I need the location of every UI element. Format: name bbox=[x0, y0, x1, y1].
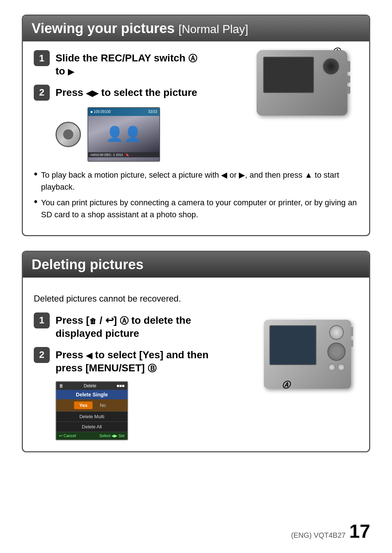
del-step1-row: 1 Press [🗑 / ↩] Ⓐ to delete thedisplayed… bbox=[34, 312, 257, 340]
delete-icon: 🗑 bbox=[89, 317, 97, 325]
deleting-section: Deleting pictures Deleted pictures canno… bbox=[22, 251, 370, 453]
page: Viewing your pictures [Normal Play] 1 Sl… bbox=[0, 0, 392, 553]
delete-menu-select: Select ◀▶ Set bbox=[99, 433, 124, 438]
picture-header-left: ■ 105:09100 bbox=[90, 110, 111, 114]
viewing-content: 1 Slide the REC/PLAY switch Ⓐto ▶ 2 Pres… bbox=[23, 50, 369, 162]
camera-back-body bbox=[264, 320, 351, 389]
camera-back-btn-top bbox=[329, 325, 344, 340]
del-step1-badge: 1 bbox=[34, 312, 50, 328]
camera-side-btn3 bbox=[347, 86, 350, 94]
viewing-title: Viewing your pictures [Normal Play] bbox=[32, 21, 360, 36]
del-step1-text: Press [🗑 / ↩] Ⓐ to delete thedisplayed p… bbox=[56, 312, 191, 340]
step2-badge: 2 bbox=[34, 85, 50, 101]
camera-viewing-right: Ⓐ bbox=[257, 50, 358, 116]
picture-timestamp: AM10:00 DEC. 1 2012 bbox=[90, 153, 123, 157]
viewing-steps-left: 1 Slide the REC/PLAY switch Ⓐto ▶ 2 Pres… bbox=[34, 50, 249, 162]
deleting-steps-left: 1 Press [🗑 / ↩] Ⓐ to delete thedisplayed… bbox=[34, 312, 257, 441]
deleting-title-bar: Deleting pictures bbox=[23, 252, 369, 278]
page-footer: (ENG) VQT4B27 17 bbox=[291, 520, 370, 542]
camera-body-viewing bbox=[257, 50, 347, 116]
picture-display-header: ■ 105:09100 33/33 bbox=[88, 108, 159, 116]
arrow-left-icon1: ◀ bbox=[86, 89, 92, 98]
viewing-section: Viewing your pictures [Normal Play] 1 Sl… bbox=[22, 15, 370, 236]
camera-b-container: Ⓑ bbox=[264, 320, 358, 389]
bullet-notes: To play back a motion picture, select a … bbox=[23, 162, 369, 221]
del-step2-row: 2 Press ◀ to select [Yes] and thenpress … bbox=[34, 347, 257, 375]
deleting-title: Deleting pictures bbox=[32, 257, 360, 273]
delete-menu-single-label: Delete Single bbox=[56, 390, 127, 399]
delete-menu-icon: 🗑 bbox=[59, 383, 64, 388]
delete-menu-cancel: ↩ Cancel bbox=[59, 433, 76, 438]
picture-display: ■ 105:09100 33/33 👤👤 AM10:00 DEC. 1 2012… bbox=[87, 107, 160, 162]
deleting-subtitle: Deleted pictures cannot be recovered. bbox=[34, 294, 358, 304]
delete-btn-yes[interactable]: Yes bbox=[74, 401, 92, 409]
delete-menu-multi-row: Delete Multi bbox=[56, 412, 127, 422]
step2-row: 2 Press ◀▶ to select the picture bbox=[34, 85, 249, 101]
nav-circle bbox=[56, 122, 81, 147]
delete-menu-header: 🗑 Delete ■■■ bbox=[56, 382, 127, 390]
circled-a-del: Ⓐ bbox=[120, 315, 128, 326]
deleting-two-col: 1 Press [🗑 / ↩] Ⓐ to delete thedisplayed… bbox=[34, 312, 358, 441]
step1-text: Slide the REC/PLAY switch Ⓐto ▶ bbox=[56, 50, 197, 78]
del-step2-text: Press ◀ to select [Yes] and thenpress [M… bbox=[56, 347, 209, 375]
silhouette-figures: 👤👤 bbox=[106, 125, 142, 142]
delete-btn-no[interactable]: No bbox=[96, 401, 110, 409]
arrow-right-icon1: ▶ bbox=[92, 89, 98, 98]
viewing-title-bar: Viewing your pictures [Normal Play] bbox=[23, 16, 369, 41]
camera-back-screen bbox=[269, 325, 317, 365]
delete-menu-header-title: Delete bbox=[84, 383, 97, 388]
delete-menu-all-row: Delete All bbox=[56, 422, 127, 432]
picture-display-footer: AM10:00 DEC. 1 2012 🔖 bbox=[88, 152, 159, 157]
label-a-deleting: Ⓐ bbox=[282, 380, 290, 391]
camera-screen-viewing bbox=[263, 57, 314, 93]
picture-photo-area: 👤👤 bbox=[88, 116, 159, 152]
delete-menu: 🗑 Delete ■■■ Delete Single Yes bbox=[56, 381, 128, 440]
arrow-left-del: ◀ bbox=[86, 351, 92, 360]
camera-a-container: Ⓐ bbox=[257, 50, 358, 116]
camera-side-btn1 bbox=[347, 61, 350, 72]
footer-page-number: 17 bbox=[349, 520, 370, 542]
camera-lens-viewing bbox=[322, 57, 340, 76]
deleting-content: Deleted pictures cannot be recovered. 1 … bbox=[23, 286, 369, 452]
delete-menu-yesno-row: Yes No bbox=[56, 399, 127, 412]
camera-back-side-btn2 bbox=[350, 340, 353, 347]
camera-back-btn-row bbox=[328, 364, 345, 371]
circled-a-step1: Ⓐ bbox=[188, 53, 197, 64]
delete-menu-footer: ↩ Cancel Select ◀▶ Set bbox=[56, 432, 127, 440]
step2-text: Press ◀▶ to select the picture bbox=[56, 85, 197, 99]
delete-menu-multi-label: Delete Multi bbox=[79, 414, 105, 419]
picture-header-right: 33/33 bbox=[148, 110, 157, 114]
camera-back-controls bbox=[327, 325, 346, 371]
delete-menu-all-label: Delete All bbox=[82, 424, 102, 429]
step1-badge: 1 bbox=[34, 50, 50, 66]
camera-side-btn2 bbox=[347, 76, 350, 83]
del-step2-badge: 2 bbox=[34, 347, 50, 363]
deleting-camera-right: Ⓑ bbox=[264, 312, 358, 389]
bullet-note-1: To play back a motion picture, select a … bbox=[34, 169, 358, 193]
picture-icon: 🔖 bbox=[125, 153, 129, 157]
camera-back-btn-small2 bbox=[338, 364, 345, 371]
delete-menu-container: 🗑 Delete ■■■ Delete Single Yes bbox=[34, 381, 257, 440]
camera-back-btn-small1 bbox=[328, 364, 335, 371]
camera-back-side-btn1 bbox=[350, 327, 353, 336]
delete-menu-header-right: ■■■ bbox=[117, 383, 124, 388]
step1-row: 1 Slide the REC/PLAY switch Ⓐto ▶ bbox=[34, 50, 249, 78]
footer-code: (ENG) VQT4B27 bbox=[291, 531, 346, 540]
play-icon: ▶ bbox=[68, 67, 74, 76]
camera-back-dpad bbox=[327, 343, 346, 361]
bullet-note-2: You can print pictures by connecting a c… bbox=[34, 197, 358, 221]
viewing-two-col: 1 Slide the REC/PLAY switch Ⓐto ▶ 2 Pres… bbox=[34, 50, 358, 162]
circled-b-del: Ⓑ bbox=[148, 363, 156, 374]
